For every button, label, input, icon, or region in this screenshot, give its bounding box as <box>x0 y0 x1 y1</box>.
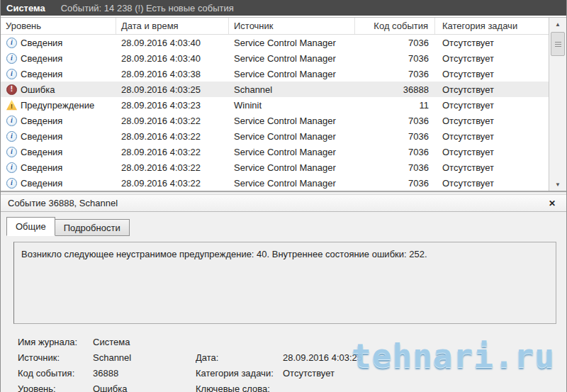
event-table-body: i Сведения 28.09.2016 4:03:40 Service Co… <box>1 35 549 191</box>
info-icon: i <box>6 147 17 157</box>
column-header-datetime[interactable]: Дата и время <box>116 18 229 34</box>
error-icon: ! <box>6 84 17 95</box>
cell-datetime: 28.09.2016 4:03:22 <box>116 131 229 142</box>
table-row[interactable]: i Сведения 28.09.2016 4:03:22 Service Co… <box>1 113 549 128</box>
table-row[interactable]: i Сведения 28.09.2016 4:03:40 Service Co… <box>1 50 549 66</box>
table-row[interactable]: i Сведения 28.09.2016 4:03:22 Service Co… <box>1 175 549 191</box>
cell-source: Service Control Manager <box>229 131 355 142</box>
source-label: Источник: <box>18 352 93 363</box>
event-message-box[interactable]: Возникло следующее неустранимое предупре… <box>13 242 556 324</box>
level-label: Уровень: <box>18 383 93 392</box>
info-icon: i <box>6 116 17 126</box>
cell-level: Сведения <box>21 178 62 189</box>
tab-details[interactable]: Подробности <box>55 219 130 236</box>
cell-code: 7036 <box>355 147 435 157</box>
keywords-label: Ключевые слова: <box>196 383 283 392</box>
event-table: Уровень Дата и время Источник Код событи… <box>1 17 566 191</box>
cell-datetime: 28.09.2016 4:03:22 <box>116 116 229 126</box>
vertical-scrollbar[interactable]: ▲ ▼ <box>549 18 566 191</box>
column-header-level[interactable]: Уровень <box>1 18 116 34</box>
column-header-code[interactable]: Код события <box>355 18 435 34</box>
cell-source: Schannel <box>229 84 355 95</box>
event-properties: Имя журнала: Система Источник: Schannel … <box>1 334 566 392</box>
cell-datetime: 28.09.2016 4:03:40 <box>116 38 229 48</box>
log-title-bar: Система Событий: 14 238 (!) Есть новые с… <box>1 0 566 16</box>
cell-category: Отсутствует <box>435 100 549 111</box>
cell-level: Сведения <box>21 69 62 79</box>
log-name-label: Имя журнала: <box>18 337 93 347</box>
scrollbar-thumb[interactable] <box>551 32 565 56</box>
cell-datetime: 28.09.2016 4:03:22 <box>116 147 229 157</box>
cell-category: Отсутствует <box>435 53 549 64</box>
close-icon[interactable]: ✕ <box>545 197 559 210</box>
cell-datetime: 28.09.2016 4:03:25 <box>116 84 229 95</box>
cell-category: Отсутствует <box>435 116 549 126</box>
cell-level: Сведения <box>21 131 62 142</box>
table-row[interactable]: i Сведения 28.09.2016 4:03:22 Service Co… <box>1 144 549 159</box>
cell-datetime: 28.09.2016 4:03:22 <box>116 178 229 189</box>
date-label: Дата: <box>196 352 283 363</box>
cell-source: Service Control Manager <box>229 69 355 79</box>
task-category-value: Отсутствует <box>283 368 566 379</box>
log-name-value: Система <box>93 337 196 347</box>
info-icon: i <box>6 53 17 64</box>
cell-code: 11 <box>355 100 435 111</box>
details-tabs: Общие Подробности <box>1 212 566 236</box>
details-header: Событие 36888, Schannel ✕ <box>1 195 566 212</box>
cell-source: Service Control Manager <box>229 162 355 173</box>
info-icon: i <box>6 162 17 173</box>
details-title: Событие 36888, Schannel <box>8 198 545 208</box>
event-code-value: 36888 <box>93 368 196 379</box>
cell-category: Отсутствует <box>435 147 549 157</box>
table-row[interactable]: i Сведения 28.09.2016 4:03:22 Service Co… <box>1 128 549 144</box>
table-row[interactable]: ! Предупреждение 28.09.2016 4:03:23 Wini… <box>1 97 549 113</box>
cell-source: Wininit <box>229 100 355 111</box>
info-icon: i <box>6 38 17 48</box>
log-name: Система <box>6 3 45 13</box>
event-code-label: Код события: <box>18 368 93 379</box>
cell-code: 7036 <box>355 131 435 142</box>
cell-source: Service Control Manager <box>229 38 355 48</box>
cell-source: Service Control Manager <box>229 53 355 64</box>
info-icon: i <box>6 131 17 142</box>
info-icon: i <box>6 178 17 189</box>
table-row[interactable]: i Сведения 28.09.2016 4:03:40 Service Co… <box>1 35 549 50</box>
cell-code: 7036 <box>355 178 435 189</box>
cell-datetime: 28.09.2016 4:03:22 <box>116 162 229 173</box>
scroll-down-icon[interactable]: ▼ <box>549 178 566 191</box>
cell-code: 7036 <box>355 53 435 64</box>
table-row[interactable]: i Сведения 28.09.2016 4:03:38 Service Co… <box>1 66 549 82</box>
cell-code: 7036 <box>355 116 435 126</box>
scrollbar-track[interactable] <box>549 30 566 178</box>
info-icon: i <box>6 69 17 79</box>
column-header-category[interactable]: Категория задачи <box>435 18 549 34</box>
cell-datetime: 28.09.2016 4:03:38 <box>116 69 229 79</box>
cell-code: 7036 <box>355 38 435 48</box>
cell-category: Отсутствует <box>435 38 549 48</box>
cell-datetime: 28.09.2016 4:03:23 <box>116 100 229 111</box>
cell-level: Предупреждение <box>21 100 94 111</box>
cell-source: Service Control Manager <box>229 116 355 126</box>
level-value: Ошибка <box>93 383 196 392</box>
table-row[interactable]: i Сведения 28.09.2016 4:03:22 Service Co… <box>1 159 549 175</box>
cell-code: 7036 <box>355 162 435 173</box>
cell-level: Ошибка <box>21 84 55 95</box>
cell-category: Отсутствует <box>435 162 549 173</box>
event-message: Возникло следующее неустранимое предупре… <box>21 249 427 259</box>
table-row[interactable]: ! Ошибка 28.09.2016 4:03:25 Schannel 368… <box>1 82 549 97</box>
cell-category: Отсутствует <box>435 69 549 79</box>
date-value: 28.09.2016 4:03:25 <box>283 352 566 363</box>
cell-category: Отсутствует <box>435 178 549 189</box>
cell-code: 36888 <box>355 84 435 95</box>
cell-category: Отсутствует <box>435 84 549 95</box>
event-details-panel: Событие 36888, Schannel ✕ Общие Подробно… <box>1 194 566 392</box>
cell-level: Сведения <box>21 53 62 64</box>
cell-datetime: 28.09.2016 4:03:40 <box>116 53 229 64</box>
cell-level: Сведения <box>21 38 62 48</box>
scroll-up-icon[interactable]: ▲ <box>549 18 566 30</box>
table-header: Уровень Дата и время Источник Код событи… <box>1 18 549 35</box>
cell-level: Сведения <box>21 162 62 173</box>
tab-general[interactable]: Общие <box>6 217 55 236</box>
column-header-source[interactable]: Источник <box>229 18 355 34</box>
source-value: Schannel <box>93 352 196 363</box>
